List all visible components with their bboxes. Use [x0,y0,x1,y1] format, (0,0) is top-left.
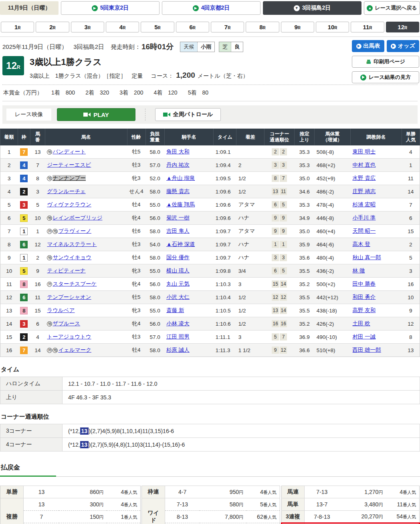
trainer-link[interactable]: 東田 明士 [353,149,376,155]
last-3f: 35.0 [295,172,315,185]
horse-name-link[interactable]: ジーティーエスピ [47,162,91,168]
trainer-link[interactable]: 庄野 靖志 [353,188,376,194]
race-tab-1r[interactable]: 1R [1,22,34,32]
race-tab-9r[interactable]: 9R [281,22,314,32]
day-tab-5回東京2日[interactable]: ▶5回東京2日 [61,1,160,15]
jockey-link[interactable]: ▲石神 深道 [166,241,195,247]
horse-name-link[interactable]: ラウルベア [47,307,75,313]
last-3f: 35.5 [295,291,315,304]
race-tab-11r[interactable]: 11R [351,22,384,32]
race-tab-10r[interactable]: 10R [316,22,349,32]
trainer-link[interactable]: 中村 直也 [353,162,376,168]
jockey-link[interactable]: ▲舟山 瑠泉 [166,175,195,181]
horse-name-link[interactable]: ナンナンプー [52,175,86,181]
print-page-button[interactable]: 🖶 印刷用ページ [352,56,419,68]
horse-name-link[interactable]: ブラヴィーノ [58,228,91,234]
horse-name-cell: トーアジョウトウ [45,331,127,344]
trainer-link[interactable]: 林 徹 [353,268,365,274]
trainer-link[interactable]: 和田 勇介 [353,294,376,300]
race-tab-3r[interactable]: 3R [71,22,104,32]
horse-name-link[interactable]: レインボーブリッジ [52,215,102,221]
trainer-link[interactable]: 小手川 準 [353,215,376,221]
jockey-link[interactable]: 菊沢 一樹 [166,215,190,221]
result-row: 247ジーティーエスピ牡357.0丹内 祐次1:09.423335.3468(+… [0,159,420,172]
horse-number: 9 [30,264,45,278]
horse-name-cell: グランルーチェ [45,185,127,198]
jockey-link[interactable]: 角田 大和 [166,149,190,155]
horse-name-link[interactable]: テンプーシャオン [47,294,91,300]
back-to-race-select-button[interactable]: ▲ レース選択へ戻る [364,1,420,15]
finish-time: 1:09.5 [214,172,236,185]
payout-bet-type: 馬単 [281,498,304,511]
jockey-link[interactable]: 吉田 隼人 [166,228,190,234]
race-tab-12r[interactable]: 12R [386,22,419,32]
corner-positions: 1314 [265,304,295,317]
trainer-link[interactable]: 高野 友和 [353,307,376,313]
horse-name-link[interactable]: ティピティーナ [47,268,85,274]
trainer-link[interactable]: 水野 貴広 [353,175,376,181]
jockey-link[interactable]: 小林 凌大 [166,320,190,326]
weather-badge-芝: 芝良 [219,42,243,52]
race-tab-6r[interactable]: 6R [176,22,209,32]
trainer-link[interactable]: 杉浦 宏昭 [353,202,376,208]
race-tab-5r[interactable]: 5R [141,22,174,32]
jockey-link[interactable]: 丸山 元気 [166,281,190,287]
start-time-label: 発走時刻： [111,43,141,51]
jockey-link[interactable]: 国分 優作 [166,254,190,260]
day-tab-4回京都2日[interactable]: ▶4回京都2日 [162,1,260,15]
finish-time: 1:09.6 [214,198,236,212]
trainer-link[interactable]: 高木 登 [353,241,370,247]
jockey-link[interactable]: 斎藤 新 [166,307,184,313]
horse-name-link[interactable]: グランルーチェ [47,188,85,194]
day-tab-3回福島2日[interactable]: ▼3回福島2日 [263,1,361,15]
shutsubahyo-button[interactable]: ▶ 出馬表 [352,40,384,52]
sex-age: 牝4 [127,212,145,225]
horse-name-link[interactable]: ヴィヴァクラウン [47,202,91,208]
jockey-link[interactable]: 江田 照男 [166,334,190,340]
play-button[interactable]: PLAY [57,108,135,121]
finish-position: 13 [0,304,18,317]
horse-name-link[interactable]: スターチスブーケ [52,281,97,287]
day-tabs: ▶5回東京2日▶4回京都2日▼3回福島2日 [61,1,361,15]
race-suffix: R [298,26,301,30]
horse-name-link[interactable]: サンウイキョウ [52,254,91,260]
margin: ハナ [236,238,265,251]
horse-name-link[interactable]: マイネルステラート [47,241,97,247]
jockey-link[interactable]: ▲佐藤 翔馬 [166,202,195,208]
trainer-link[interactable]: 天間 昭一 [353,228,376,234]
result-guide-button[interactable]: ▶ レース結果の見方 [352,71,419,83]
jockey-link[interactable]: 横山 琉人 [166,268,190,274]
horse-weight: 490(-10) [315,331,351,344]
jockey-link[interactable]: 藤懸 貴志 [166,188,190,194]
jockey-link[interactable]: 小沢 大仁 [166,294,190,300]
patrol-video-button[interactable]: 全周パトロール [155,108,221,121]
trainer-link[interactable]: 西田 雄一郎 [353,347,381,353]
odds-button[interactable]: ▶ オッズ [387,40,419,52]
finish-time: 1:09.4 [214,159,236,172]
trainer-link[interactable]: 田中 勝春 [353,281,376,287]
payout-popularity: 4番人気 [386,486,419,498]
horse-name-link[interactable]: ザブルース [52,320,80,326]
trainer-link[interactable]: 秋山 真一郎 [353,254,381,260]
finish-position: 10 [0,264,18,278]
chevron-down-icon: ▼ [294,5,300,11]
race-tab-7r[interactable]: 7R [211,22,244,32]
prize-place: 4着 [153,89,162,97]
horse-name-link[interactable]: トーアジョウトウ [47,334,91,340]
trainer-link[interactable]: 土田 稔 [353,320,370,326]
frame-number: 8 [20,307,28,314]
horse-name-link[interactable]: イェルマーク [58,347,91,353]
race-tab-8r[interactable]: 8R [246,22,279,32]
jockey-cell: 杉原 誠人 [164,344,214,357]
popularity-unit: 番人気 [124,515,137,520]
jockey-link[interactable]: 杉原 誠人 [166,347,190,353]
horse-weight: 500(+2) [315,278,351,291]
horse-name-link[interactable]: バンディート [52,149,86,155]
horse-name-cell: 外地ブラヴィーノ [45,225,127,238]
race-tab-4r[interactable]: 4R [106,22,139,32]
corner-order-prefix: (*12, [68,428,80,434]
payout-bet-type: ワイド [142,498,165,524]
race-tab-2r[interactable]: 2R [36,22,69,32]
jockey-link[interactable]: 丹内 祐次 [166,162,190,168]
trainer-link[interactable]: 村田 一誠 [353,334,376,340]
